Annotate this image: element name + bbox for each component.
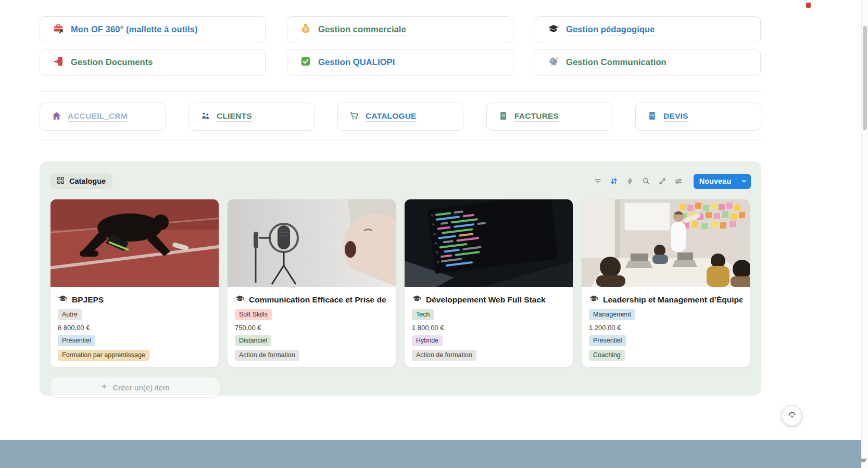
ai-face-icon <box>787 410 797 422</box>
svg-text:$: $ <box>305 27 307 32</box>
catalogue-toolbar: Nouveau <box>593 174 751 189</box>
tag: Management <box>589 309 635 320</box>
money-bag-icon: $ <box>300 23 311 36</box>
gallery-card-leadership[interactable]: Leadership et Management d’Équipe Manage… <box>581 199 750 368</box>
card-category: Autre <box>58 309 211 320</box>
graduation-cap-icon <box>412 294 422 306</box>
card-type: Coaching <box>589 350 743 361</box>
crm-nav-factures[interactable]: FACTURES <box>486 103 612 131</box>
quick-link-label: Mon OF 360° (mallette à outils) <box>71 24 198 36</box>
card-title: Développement Web Full Stack <box>426 295 546 305</box>
crm-nav-label: ACCUEIL_CRM <box>68 111 128 122</box>
tag: Tech <box>412 309 434 320</box>
tag: Action de formation <box>412 350 476 361</box>
gallery-card-bpjeps[interactable]: BPJEPS Autre 6 800,00 € Présentiel Forma… <box>50 199 219 368</box>
graduation-cap-icon <box>589 294 599 306</box>
crm-nav-catalogue[interactable]: CATALOGUE <box>337 103 463 131</box>
card-type: Action de formation <box>235 350 388 361</box>
red-marker <box>806 3 811 8</box>
tag: Présentiel <box>58 335 95 346</box>
quick-link-label: Gestion pédagogique <box>566 24 655 36</box>
chevron-down-icon[interactable] <box>737 174 751 189</box>
quick-link-mon-of-360[interactable]: Mon OF 360° (mallette à outils) <box>40 16 266 43</box>
quick-link-label: Gestion commerciale <box>318 24 406 36</box>
quick-link-label: Gestion Documents <box>71 57 153 69</box>
card-type: Formation par apprentissage <box>58 350 211 361</box>
quick-link-gestion-documents[interactable]: Gestion Documents <box>40 49 266 76</box>
crm-nav: ACCUEIL_CRM CLIENTS CATALOGUE FACTURES D… <box>40 103 761 131</box>
new-button[interactable]: Nouveau <box>694 174 751 189</box>
toolbox-icon <box>53 23 64 36</box>
tag: Présentiel <box>589 335 626 346</box>
graduation-cap-icon <box>235 294 245 306</box>
tag: Autre <box>58 309 82 320</box>
quick-link-gestion-qualiopi[interactable]: Gestion QUALIOPI <box>287 49 513 76</box>
crm-nav-label: FACTURES <box>514 111 559 122</box>
card-body: Développement Web Full Stack Tech 1 800,… <box>405 287 573 367</box>
divider <box>40 139 761 140</box>
card-title: Leadership et Management d’Équipe <box>603 295 743 305</box>
tag: Distanciel <box>235 335 271 346</box>
receipt-icon <box>498 111 508 123</box>
scrollbar-down-arrow[interactable] <box>859 459 867 466</box>
gallery-grid-icon <box>57 176 65 186</box>
expand-icon[interactable] <box>657 176 668 186</box>
card-modality: Présentiel <box>58 335 211 346</box>
graduation-cap-icon <box>548 23 559 36</box>
card-category: Soft Skills <box>235 309 388 320</box>
quick-link-gestion-communication[interactable]: Gestion Communication <box>535 49 761 76</box>
card-cover-running-track <box>51 199 219 287</box>
sort-icon[interactable] <box>609 176 619 186</box>
crm-nav-label: CLIENTS <box>217 111 252 122</box>
satellite-icon <box>548 56 559 69</box>
card-title-row: BPJEPS <box>58 294 211 306</box>
card-cover-team-meeting <box>582 199 750 287</box>
cover-footer-band <box>0 440 868 468</box>
house-icon <box>52 111 61 123</box>
crm-nav-clients[interactable]: CLIENTS <box>188 103 315 131</box>
card-body: Communication Efficace et Prise de Parol… <box>228 287 396 367</box>
card-category: Tech <box>412 309 565 320</box>
ai-assistant-button[interactable] <box>782 406 802 426</box>
card-modality: Distanciel <box>235 335 388 346</box>
gallery-card-communication[interactable]: Communication Efficace et Prise de Parol… <box>227 199 396 368</box>
crm-nav-label: DEVIS <box>663 111 688 122</box>
view-tab-catalogue[interactable]: Catalogue <box>50 173 112 189</box>
card-price: 1 200,00 € <box>589 324 743 332</box>
divider <box>40 91 761 92</box>
card-body: Leadership et Management d’Équipe Manage… <box>582 287 750 367</box>
new-button-label[interactable]: Nouveau <box>694 174 737 189</box>
card-cover-code-screen <box>405 199 573 287</box>
gallery-card-dev-web[interactable]: Développement Web Full Stack Tech 1 800,… <box>404 199 573 368</box>
quick-link-gestion-pedagogique[interactable]: Gestion pédagogique <box>535 16 761 43</box>
check-box-icon <box>300 56 311 69</box>
create-item-button[interactable]: Créer un(e) item <box>50 377 220 398</box>
catalogue-section: Catalogue Nouveau <box>40 161 761 396</box>
card-title-row: Communication Efficace et Prise de Parol… <box>235 294 388 306</box>
crm-nav-accueil[interactable]: ACCUEIL_CRM <box>40 103 166 131</box>
tag: Coaching <box>589 350 625 361</box>
page: Mon OF 360° (mallette à outils) $ Gestio… <box>0 0 868 468</box>
catalogue-header: Catalogue Nouveau <box>50 173 751 189</box>
search-icon[interactable] <box>641 176 651 186</box>
crm-nav-devis[interactable]: DEVIS <box>635 103 761 131</box>
view-settings-icon[interactable] <box>673 176 684 186</box>
card-category: Management <box>589 309 743 320</box>
content-column: Mon OF 360° (mallette à outils) $ Gestio… <box>40 16 761 396</box>
card-price: 6 800,00 € <box>58 324 211 332</box>
scrollbar-thumb[interactable] <box>863 26 867 130</box>
quick-links-grid: Mon OF 360° (mallette à outils) $ Gestio… <box>40 16 761 76</box>
filter-icon[interactable] <box>593 176 603 186</box>
card-cover-microphone <box>228 199 396 287</box>
quick-link-label: Gestion QUALIOPI <box>318 57 395 69</box>
gallery-cards: BPJEPS Autre 6 800,00 € Présentiel Forma… <box>50 199 751 368</box>
plus-icon <box>100 383 108 392</box>
quick-link-label: Gestion Communication <box>566 57 666 69</box>
automation-lightning-icon[interactable] <box>625 176 635 186</box>
receipt-icon <box>647 111 657 123</box>
quick-link-gestion-commerciale[interactable]: $ Gestion commerciale <box>287 16 513 43</box>
scrollbar[interactable] <box>861 0 868 468</box>
view-tab-label: Catalogue <box>69 177 106 185</box>
tag: Hybride <box>412 335 443 346</box>
clients-icon <box>200 111 210 123</box>
